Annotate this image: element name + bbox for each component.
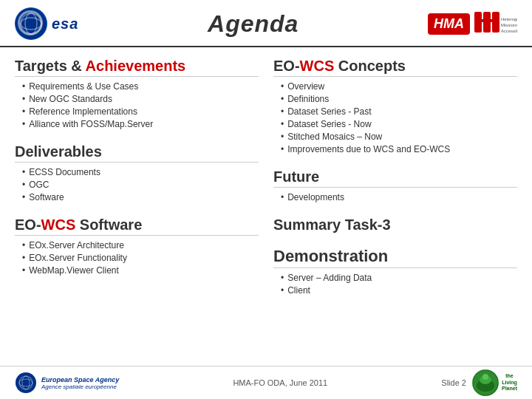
list-item: Client	[281, 284, 517, 296]
esa-footer-logo	[15, 372, 37, 394]
list-item: Alliance with FOSS/Map.Server	[22, 117, 259, 130]
svg-text:Missions: Missions	[501, 23, 517, 27]
deliverables-title: Deliverables	[15, 143, 259, 163]
summary-section: Summary Task-3	[273, 216, 517, 233]
footer: European Space Agency Agence spatiale eu…	[0, 366, 532, 399]
svg-rect-7	[479, 19, 486, 22]
demo-section: Demonstration Server – Adding Data Clien…	[273, 247, 517, 296]
demo-title: Demonstration	[273, 247, 517, 268]
eo-c-label: EO-	[273, 58, 300, 74]
eowcs-soft-title: EO-WCS Software	[15, 216, 259, 236]
lp-text: theLivingPlanet	[502, 373, 517, 392]
concepts-label: Concepts	[334, 58, 406, 74]
eowcs-software-section: EO-WCS Software EOx.Server Architecture …	[15, 216, 259, 276]
hma-logo: HMA Heterogeneous Missions Accessibility	[428, 6, 517, 41]
list-item: Software	[22, 191, 259, 203]
targets-section: Targets & Achievements Requirements & Us…	[15, 58, 259, 130]
eowcs-soft-list: EOx.Server Architecture EOx.Server Funct…	[15, 239, 259, 276]
deliverables-section: Deliverables ECSS Documents OGC Software	[15, 143, 259, 203]
svg-text:Heterogeneous: Heterogeneous	[501, 17, 517, 21]
eowcs-concepts-list: Overview Definitions Dataset Series - Pa…	[273, 80, 517, 155]
future-section: Future Developments	[273, 168, 517, 203]
esa-circle-icon	[15, 7, 47, 40]
living-planet-logo: theLivingPlanet	[472, 369, 517, 396]
list-item: Stitched Mosaics – Now	[281, 130, 517, 143]
list-item: ECSS Documents	[22, 166, 259, 178]
wcs-label: WCS	[41, 216, 76, 233]
deliverables-list: ECSS Documents OGC Software	[15, 166, 259, 203]
targets-title: Targets & Achievements	[15, 58, 259, 77]
list-item: Server – Adding Data	[281, 271, 517, 284]
list-item: Improvements due to WCS and EO-WCS	[281, 143, 517, 155]
targets-label-highlight: Achievements	[86, 58, 186, 74]
list-item: Reference Implementations	[22, 105, 259, 117]
footer-right: Slide 2 theLivingPlanet	[441, 369, 517, 396]
list-item: Developments	[281, 191, 517, 203]
list-item: OGC	[22, 178, 259, 191]
eowcs-concepts-title: EO-WCS Concepts	[273, 58, 517, 77]
svg-point-0	[16, 8, 47, 39]
list-item: Requirements & Use Cases	[22, 80, 259, 92]
agency-sub: Agence spatiale européenne	[41, 383, 119, 390]
future-list: Developments	[273, 191, 517, 203]
list-item: Overview	[281, 80, 517, 92]
eo-label: EO-	[15, 216, 41, 233]
soft-label: Software	[75, 216, 142, 233]
list-item: Definitions	[281, 92, 517, 105]
header: esa Agenda HMA Heterogeneous Missions Ac…	[0, 0, 532, 47]
list-item: Dataset Series - Past	[281, 105, 517, 117]
eowcs-concepts-section: EO-WCS Concepts Overview Definitions Dat…	[273, 58, 517, 155]
list-item: EOx.Server Functionality	[22, 251, 259, 264]
right-column: EO-WCS Concepts Overview Definitions Dat…	[273, 58, 517, 366]
svg-point-1	[21, 13, 41, 34]
future-title: Future	[273, 168, 517, 188]
esa-text: esa	[52, 16, 78, 33]
slide-number: Slide 2	[441, 378, 466, 387]
svg-rect-8	[488, 19, 495, 22]
demo-list: Server – Adding Data Client	[273, 271, 517, 296]
page-title: Agenda	[208, 10, 299, 38]
svg-text:Accessibility: Accessibility	[501, 29, 517, 33]
agency-name: European Space Agency	[41, 376, 119, 383]
left-column: Targets & Achievements Requirements & Us…	[15, 58, 259, 366]
summary-title: Summary Task-3	[273, 216, 517, 233]
esa-logo: esa	[15, 7, 78, 40]
targets-label-part1: Targets &	[15, 58, 86, 74]
footer-event: HMA-FO ODA, June 2011	[233, 378, 327, 387]
list-item: New OGC Standards	[22, 92, 259, 105]
svg-point-2	[25, 13, 37, 34]
list-item: EOx.Server Architecture	[22, 239, 259, 251]
svg-point-3	[21, 18, 41, 30]
targets-list: Requirements & Use Cases New OGC Standar…	[15, 80, 259, 130]
hma-badge: HMA	[428, 13, 470, 35]
wcs-c-label: WCS	[300, 58, 335, 74]
list-item: Dataset Series - Now	[281, 117, 517, 130]
list-item: WebMap.Viewer Client	[22, 264, 259, 276]
footer-agency: European Space Agency Agence spatiale eu…	[15, 372, 119, 394]
svg-point-20	[482, 374, 488, 380]
svg-point-12	[16, 372, 36, 393]
lp-circle-icon	[472, 369, 499, 396]
main-content: Targets & Achievements Requirements & Us…	[0, 47, 532, 372]
